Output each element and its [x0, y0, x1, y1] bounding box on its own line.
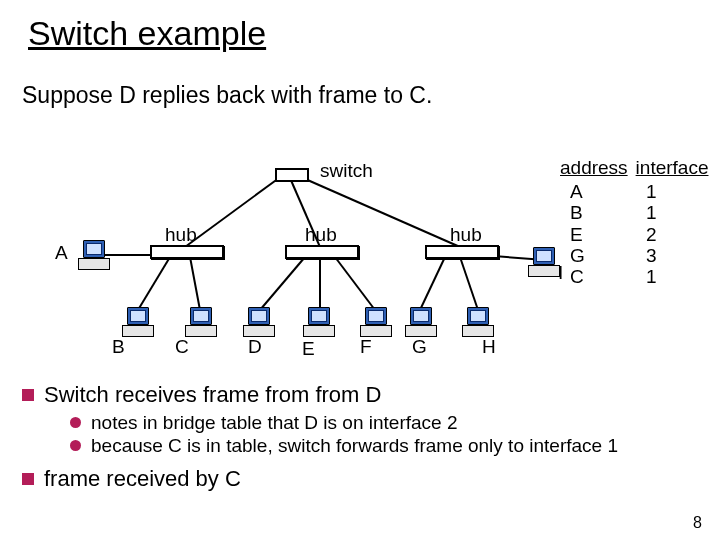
pc-G	[405, 307, 439, 337]
svg-line-4	[138, 257, 170, 310]
pc-D	[243, 307, 277, 337]
table-cell: A	[570, 181, 646, 202]
node-label-G: G	[412, 336, 427, 358]
node-label-H: H	[482, 336, 496, 358]
bullet-1-text: Switch receives frame from from D	[44, 382, 381, 407]
table-header-interface: interface	[636, 157, 709, 179]
hub-2-label: hub	[305, 224, 337, 246]
table-cell: 1	[646, 266, 706, 287]
svg-line-9	[420, 257, 445, 310]
bullet-2-text: frame received by C	[44, 466, 241, 491]
hub-3	[425, 245, 499, 259]
pc-B	[122, 307, 156, 337]
switch-table: address interface A B E G C 1 1 2 3 1	[560, 157, 706, 287]
table-cell: 3	[646, 245, 706, 266]
pc-A	[78, 240, 112, 270]
hub-1	[150, 245, 224, 259]
table-cell: B	[570, 202, 646, 223]
table-col-interface: 1 1 2 3 1	[646, 181, 706, 287]
sub-bullet-1-text: notes in bridge table that D is on inter…	[91, 412, 458, 433]
pc-H	[462, 307, 496, 337]
hub-2	[285, 245, 359, 259]
hub-1-label: hub	[165, 224, 197, 246]
pc-I	[528, 247, 562, 277]
node-label-B: B	[112, 336, 125, 358]
table-col-address: A B E G C	[560, 181, 646, 287]
table-cell: C	[570, 266, 646, 287]
svg-line-6	[260, 257, 305, 310]
pc-E	[303, 307, 337, 337]
table-cell: 1	[646, 202, 706, 223]
square-bullet-icon	[22, 473, 34, 485]
sub-bullet-2: because C is in table, switch forwards f…	[70, 435, 700, 458]
bullet-1: Switch receives frame from from D	[22, 382, 700, 408]
square-bullet-icon	[22, 389, 34, 401]
table-cell: E	[570, 224, 646, 245]
hub-3-label: hub	[450, 224, 482, 246]
pc-C	[185, 307, 219, 337]
table-cell: 2	[646, 224, 706, 245]
node-label-C: C	[175, 336, 189, 358]
disc-bullet-icon	[70, 417, 81, 428]
page-number: 8	[693, 514, 702, 532]
sub-bullet-2-text: because C is in table, switch forwards f…	[91, 435, 618, 456]
bullet-list: Switch receives frame from from D notes …	[22, 382, 700, 496]
svg-line-5	[190, 257, 200, 310]
node-label-F: F	[360, 336, 372, 358]
node-label-A: A	[55, 242, 68, 264]
table-cell: 1	[646, 181, 706, 202]
pc-F	[360, 307, 394, 337]
svg-line-10	[460, 257, 478, 310]
switch-label: switch	[320, 160, 373, 182]
sub-bullet-1: notes in bridge table that D is on inter…	[70, 412, 700, 435]
table-header-address: address	[560, 157, 628, 179]
svg-line-0	[185, 178, 279, 247]
slide-subtitle: Suppose D replies back with frame to C.	[22, 82, 432, 109]
slide-title: Switch example	[28, 14, 266, 53]
node-label-E: E	[302, 338, 315, 360]
svg-line-8	[335, 257, 375, 310]
switch-device	[275, 168, 309, 182]
node-label-D: D	[248, 336, 262, 358]
disc-bullet-icon	[70, 440, 81, 451]
bullet-2: frame received by C	[22, 466, 700, 492]
table-cell: G	[570, 245, 646, 266]
